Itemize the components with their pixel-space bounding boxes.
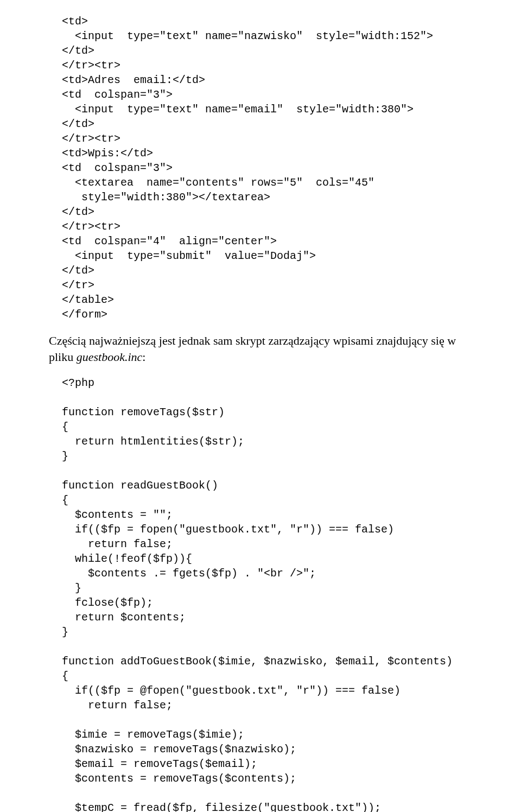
page: <td> <input type="text" name="nazwisko" … bbox=[0, 0, 521, 812]
filename-guestbook: guestbook.inc bbox=[77, 350, 143, 364]
paragraph-description: Częścią najważniejszą jest jednak sam sk… bbox=[49, 333, 472, 365]
code-block-php: <?php function removeTags($str) { return… bbox=[49, 376, 472, 812]
code-block-html: <td> <input type="text" name="nazwisko" … bbox=[49, 14, 472, 322]
para-text-after: : bbox=[142, 350, 145, 364]
